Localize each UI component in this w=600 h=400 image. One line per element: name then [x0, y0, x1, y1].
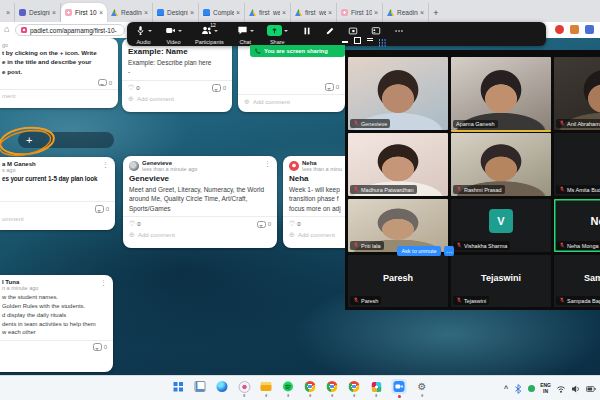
audio-control[interactable]: Audio [135, 24, 152, 45]
chevron-down-icon[interactable] [178, 30, 182, 34]
annotate-button[interactable] [325, 26, 335, 45]
participant-tile[interactable]: Priti lala [348, 199, 448, 252]
padlet-card-plan-question[interactable]: a M Ganesh s ago ⋮ es your current 1-5 d… [0, 157, 115, 230]
participants-control[interactable]: 12Participants [195, 24, 224, 45]
browser-tab[interactable]: first_week× [245, 3, 291, 22]
participant-tile[interactable]: PareshParesh [348, 255, 448, 307]
participant-tile[interactable]: Genevieve [348, 57, 448, 130]
like-button[interactable]: ♡0 [128, 84, 140, 92]
browser-tab[interactable]: First 10 D× [61, 3, 107, 22]
participant-tile[interactable]: SampadaSampada Bag [554, 255, 600, 307]
tab-close-icon[interactable]: × [52, 9, 56, 16]
like-button[interactable]: ♡0 [129, 220, 141, 228]
comment-count[interactable]: 0 [325, 83, 339, 91]
participant-tile[interactable]: Aparna Ganesh [451, 57, 551, 130]
extension-red-icon[interactable] [555, 25, 564, 34]
chrome-taskbar-icon[interactable] [304, 380, 317, 393]
gallery-view-icon[interactable] [379, 39, 381, 41]
browser-tab[interactable]: First 10 D× [337, 3, 383, 22]
slack-taskbar-icon[interactable] [370, 380, 383, 393]
participant-tile[interactable]: Ms Amita Budi [554, 133, 600, 196]
extension-blue-icon[interactable] [585, 25, 594, 34]
minimize-icon[interactable] [342, 41, 348, 43]
chat-control[interactable]: Chat [237, 24, 254, 45]
new-tab-button[interactable]: + [429, 3, 443, 22]
windows-taskbar-icon[interactable] [172, 380, 185, 393]
tab-close-icon[interactable]: × [144, 9, 148, 16]
video-control[interactable]: Video [165, 24, 182, 45]
chrome-taskbar-icon[interactable] [348, 380, 361, 393]
padlet-card-tuna[interactable]: l Tuna n a minute ago ⋮ w the student na… [0, 275, 113, 372]
tab-close-icon[interactable]: × [374, 9, 378, 16]
list-view-icon[interactable] [367, 38, 373, 44]
add-comment-row[interactable]: ⊕Add comment [244, 95, 339, 106]
share-control[interactable]: Share [267, 24, 288, 45]
browser-tab[interactable]: first_week× [291, 3, 337, 22]
tab-close-icon[interactable]: × [6, 9, 10, 16]
comment-count[interactable]: 0 [257, 221, 271, 229]
add-comment-row[interactable]: ⊕Add comment [129, 228, 271, 239]
address-bar[interactable]: padlet.com/aparnamg/first-10- [15, 24, 125, 36]
tab-close-icon[interactable]: × [99, 9, 103, 16]
participant-tile[interactable]: NehaNeha Monga [554, 199, 600, 252]
more-options-button[interactable]: ⋯ [444, 246, 454, 256]
browser-tab[interactable]: × [0, 3, 15, 22]
add-comment-row[interactable]: ment [2, 90, 112, 99]
add-post-button[interactable]: + [18, 132, 114, 148]
chevron-down-icon[interactable] [214, 30, 218, 34]
extension-orange-icon[interactable] [570, 25, 579, 34]
comment-count[interactable]: 0 [212, 84, 226, 92]
speaker-view-icon[interactable] [354, 37, 361, 44]
card-menu-icon[interactable]: ⋮ [100, 279, 107, 286]
comment-count[interactable]: 0 [98, 79, 112, 87]
settings-taskbar-icon[interactable]: ⚙ [416, 380, 429, 393]
app-favicon [19, 9, 26, 16]
tab-close-icon[interactable]: × [190, 9, 194, 16]
home-icon[interactable]: ⌂ [4, 24, 9, 34]
comment-count[interactable]: 0 [95, 205, 109, 213]
chevron-down-icon[interactable] [250, 30, 254, 34]
task-view-taskbar-icon[interactable] [194, 380, 207, 393]
browser-tab[interactable]: Designing× [15, 3, 61, 22]
participant-tile[interactable]: Rashmi Prasad [451, 133, 551, 196]
add-comment-row[interactable]: ⊕Add comment [128, 92, 226, 103]
tab-close-icon[interactable]: × [282, 9, 286, 16]
browser-tab[interactable]: Reading T× [107, 3, 153, 22]
participant-tile[interactable]: TejaswiniTejaswini [451, 255, 551, 307]
browser-tab[interactable]: Designing× [153, 3, 199, 22]
chevron-down-icon[interactable] [148, 30, 152, 34]
participant-tile[interactable]: Anil Abraham [554, 57, 600, 130]
more-button[interactable] [394, 26, 404, 45]
browser-tab[interactable]: Reading T× [383, 3, 429, 22]
language-indicator[interactable]: ENGIN [540, 383, 551, 394]
browser-tab[interactable]: Complete× [199, 3, 245, 22]
spotify-taskbar-icon[interactable] [282, 380, 295, 393]
padlet-card-instructions[interactable]: go t by clicking on the + icon. Write e … [0, 38, 118, 108]
padlet-card-genevieve[interactable]: Genevieve less than a minute ago ⋮ Genev… [123, 156, 277, 248]
like-button[interactable]: ♡0 [289, 220, 301, 228]
file-explorer-taskbar-icon[interactable] [260, 380, 273, 393]
tab-close-icon[interactable]: × [420, 9, 424, 16]
zoom-taskbar-icon[interactable] [392, 379, 407, 394]
chrome-taskbar-icon[interactable] [326, 380, 339, 393]
edge-taskbar-icon[interactable] [216, 380, 229, 393]
tab-close-icon[interactable]: × [328, 9, 332, 16]
tab-close-icon[interactable]: × [236, 9, 240, 16]
card-menu-icon[interactable]: ⋮ [102, 161, 109, 168]
card-menu-icon[interactable]: ⋮ [264, 160, 271, 167]
wifi-icon[interactable] [556, 384, 566, 394]
participant-tile[interactable]: Madhura Patwardhan [348, 133, 448, 196]
volume-icon[interactable] [571, 384, 581, 394]
pause-share-button[interactable] [302, 26, 312, 45]
snipping-tool-taskbar-icon[interactable] [238, 380, 251, 393]
participant-tile[interactable]: VVishakha Sharma [451, 199, 551, 252]
tray-app-icon[interactable] [528, 385, 535, 392]
tray-overflow-chevron-icon[interactable]: ^ [504, 385, 508, 392]
ask-to-unmute-button[interactable]: Ask to unmute [397, 246, 441, 256]
chevron-down-icon[interactable] [284, 30, 288, 34]
bluetooth-icon[interactable] [513, 384, 523, 394]
add-comment-row[interactable]: omment [2, 213, 109, 222]
padlet-card-example[interactable]: Example: Name Example: Describe plan her… [122, 38, 232, 112]
comment-count[interactable]: 0 [93, 343, 107, 351]
battery-icon[interactable] [586, 384, 596, 394]
